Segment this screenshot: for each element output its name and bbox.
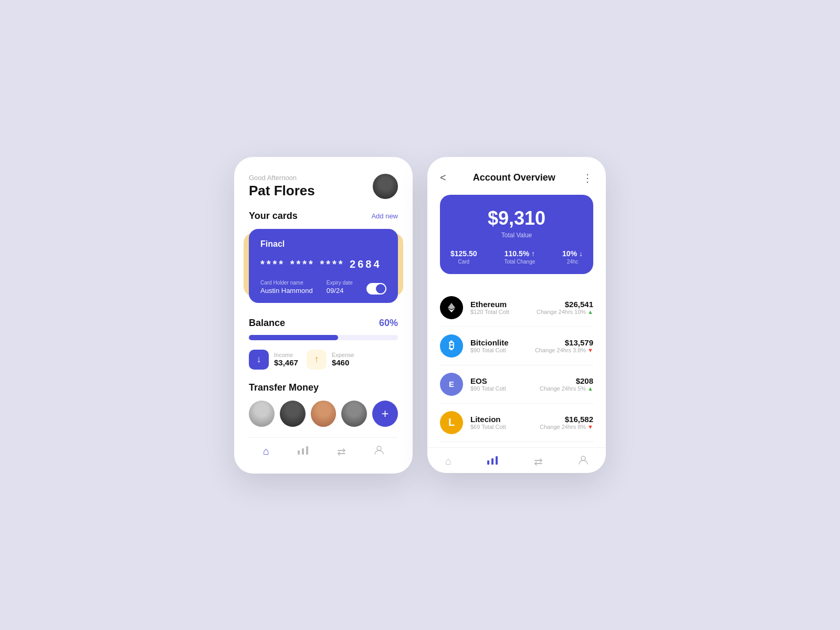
svg-point-9 (581, 456, 585, 460)
ltc-name: Litecion (470, 415, 532, 424)
ltc-price: $16,582 (540, 415, 593, 424)
transfer-contact-1[interactable] (249, 401, 275, 427)
progress-bar (249, 335, 398, 340)
crypto-item-ltc[interactable]: L Litecion $69 Total Cott $16,582 Change… (440, 404, 593, 442)
btc-cost: $90 Total Cott (470, 347, 528, 353)
eth-cost: $120 Total Cott (470, 309, 529, 315)
cards-header: Your cards Add new (249, 211, 398, 222)
more-button[interactable]: ⋮ (582, 172, 593, 184)
btc-icon: ₿ (440, 334, 463, 358)
income-amount: $3,467 (274, 358, 298, 367)
right-inner: < Account Overview ⋮ $9,310 Total Value … (427, 157, 606, 274)
user-name: Pat Flores (249, 183, 315, 199)
expense-item: ↑ Expense $460 (307, 350, 354, 370)
income-expense: ↓ Income $3,467 ↑ Expense $460 (249, 350, 398, 370)
balance-row: Balance 60% (249, 318, 398, 329)
right-header: < Account Overview ⋮ (440, 172, 593, 184)
portfolio-value-label: Total Value (450, 232, 583, 239)
page-title: Account Overview (473, 172, 555, 183)
cards-wrapper: Finacl **** **** **** 2684 Card Holder n… (249, 229, 398, 303)
eth-info: Ethereum $120 Total Cott (470, 300, 529, 315)
svg-rect-0 (298, 450, 300, 455)
balance-percent: 60% (379, 318, 398, 329)
svg-rect-6 (487, 460, 489, 465)
btc-down-arrow: ▼ (587, 347, 593, 353)
expense-label: Expense (332, 352, 354, 358)
balance-title: Balance (249, 318, 285, 329)
add-new-button[interactable]: Add new (371, 212, 398, 220)
nav-home[interactable]: ⌂ (263, 445, 269, 457)
card-bottom: Card Holder name Austin Hammond Expiry d… (260, 280, 386, 295)
eth-icon (440, 296, 463, 319)
toggle-knob (376, 284, 385, 293)
user-info: Good Afternoon Pat Flores (249, 174, 315, 199)
income-item: ↓ Income $3,467 (249, 350, 298, 370)
right-nav-home[interactable]: ⌂ (445, 455, 452, 467)
ltc-info: Litecion $69 Total Cott (470, 415, 532, 430)
income-icon: ↓ (249, 350, 269, 370)
transfer-contact-4[interactable] (341, 401, 367, 427)
left-nav-bar: ⌂ ⇄ (249, 437, 398, 463)
right-nav-chart[interactable] (487, 455, 498, 467)
btc-change: Change 24hrs 3.8% ▼ (535, 347, 593, 353)
card-number: **** **** **** 2684 (260, 258, 386, 270)
btc-info: Bitcionlite $90 Total Cott (470, 338, 528, 353)
crypto-list: Ethereum $120 Total Cott $26,541 Change … (427, 289, 606, 442)
stat-24h-label: 24hc (562, 259, 583, 265)
transfer-avatars: + (249, 401, 398, 427)
card-toggle[interactable] (366, 283, 386, 295)
right-nav-bar: ⌂ ⇄ (427, 447, 606, 473)
crypto-item-btc[interactable]: ₿ Bitcionlite $90 Total Cott $13,579 Cha… (440, 327, 593, 365)
stat-change-label: Total Change (504, 259, 535, 265)
eos-name: EOS (470, 376, 532, 385)
add-contact-button[interactable]: + (372, 401, 398, 427)
card-expiry-info: Expiry date 09/24 (327, 280, 353, 295)
transfer-section: Transfer Money + (249, 382, 398, 427)
btc-right: $13,579 Change 24hrs 3.8% ▼ (535, 338, 593, 353)
transfer-title: Transfer Money (249, 382, 319, 393)
back-button[interactable]: < (440, 172, 446, 184)
btc-price: $13,579 (535, 338, 593, 347)
svg-rect-8 (496, 456, 498, 465)
eos-icon: E (440, 373, 463, 396)
transfer-contact-3[interactable] (311, 401, 337, 427)
eth-change: Change 24hrs 10% ▲ (537, 309, 593, 315)
right-nav-profile[interactable] (579, 455, 588, 467)
card-holder-name: Austin Hammond (260, 287, 313, 295)
income-label: Income (274, 352, 298, 358)
transfer-contact-2[interactable] (280, 401, 306, 427)
ltc-icon: L (440, 411, 463, 434)
expense-icon: ↑ (307, 350, 327, 370)
eth-name: Ethereum (470, 300, 529, 309)
eth-up-arrow: ▲ (587, 309, 593, 315)
nav-chart[interactable] (298, 445, 308, 457)
ltc-change: Change 24hrs 8% ▼ (540, 424, 593, 430)
nav-transfer[interactable]: ⇄ (337, 445, 346, 458)
portfolio-value: $9,310 (450, 207, 583, 229)
nav-profile[interactable] (374, 445, 384, 457)
avatar[interactable] (373, 174, 398, 199)
eos-info: EOS $90 Total Cott (470, 376, 532, 392)
crypto-item-eos[interactable]: E EOS $90 Total Cott $208 Change 24hrs 5… (440, 365, 593, 404)
stat-change-value: 110.5% ↑ (504, 249, 535, 258)
screen-container: Good Afternoon Pat Flores Your cards Add… (213, 136, 627, 495)
card-expiry: 09/24 (327, 287, 353, 295)
eth-right: $26,541 Change 24hrs 10% ▲ (537, 300, 593, 315)
expense-amount: $460 (332, 358, 354, 367)
card-holder-info: Card Holder name Austin Hammond (260, 280, 313, 295)
expense-info: Expense $460 (332, 352, 354, 367)
eos-cost: $90 Total Cott (470, 385, 532, 392)
crypto-item-eth[interactable]: Ethereum $120 Total Cott $26,541 Change … (440, 289, 593, 327)
income-info: Income $3,467 (274, 352, 298, 367)
eos-right: $208 Change 24hrs 5% ▲ (540, 376, 593, 392)
credit-card[interactable]: Finacl **** **** **** 2684 Card Holder n… (249, 229, 398, 303)
progress-fill (249, 335, 338, 340)
right-nav-transfer[interactable]: ⇄ (534, 455, 543, 468)
stat-card-label: Card (450, 259, 477, 265)
eos-change: Change 24hrs 5% ▲ (540, 385, 593, 392)
stat-24h-value: 10% ↓ (562, 249, 583, 258)
stat-card: $125.50 Card (450, 249, 477, 265)
ltc-down-arrow: ▼ (587, 424, 593, 430)
right-phone: < Account Overview ⋮ $9,310 Total Value … (427, 157, 606, 473)
avatar-image (373, 174, 398, 199)
